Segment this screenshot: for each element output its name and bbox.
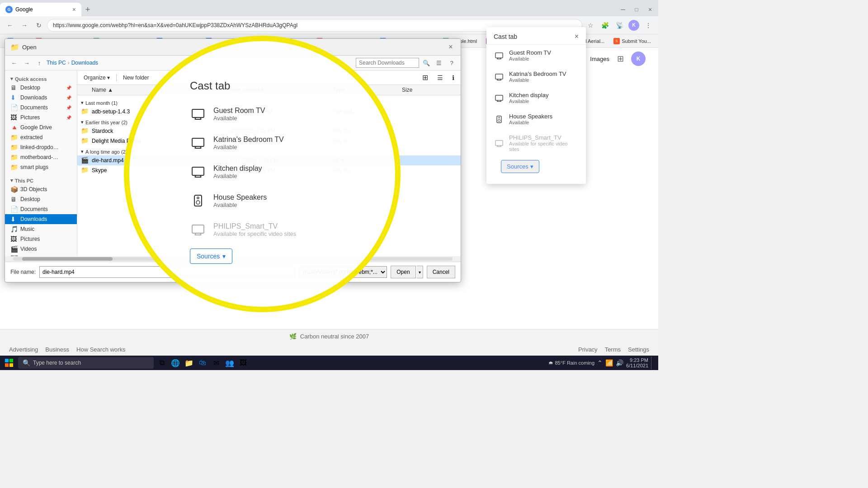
sidebar-item-3dobjects[interactable]: 📦 3D Objects bbox=[5, 184, 77, 194]
cast-icon[interactable]: 📡 bbox=[613, 19, 626, 32]
col-type-header[interactable]: Type bbox=[333, 87, 402, 93]
popup-device-guestroom[interactable]: Guest Room TV Available bbox=[486, 45, 586, 66]
search-dialog-input[interactable] bbox=[356, 58, 419, 68]
popup-device-kitchen[interactable]: Kitchen display Available bbox=[486, 87, 586, 108]
extensions-icon[interactable]: 🧩 bbox=[599, 19, 611, 32]
settings-link[interactable]: Settings bbox=[628, 346, 649, 353]
sidebar-item-3dobjects-label: 3D Objects bbox=[20, 186, 47, 192]
popup-device-philips[interactable]: PHILIPS_Smart_TV Available for specific … bbox=[486, 130, 586, 156]
network-tray-icon[interactable]: 📶 bbox=[605, 359, 613, 366]
quick-access-group[interactable]: ▾ Quick access bbox=[5, 74, 77, 83]
sidebar-item-downloads-pc[interactable]: ⬇ Downloads bbox=[5, 214, 77, 224]
nav-up-button[interactable]: ↑ bbox=[34, 57, 45, 68]
photos-icon[interactable]: 🖼 bbox=[237, 357, 250, 369]
popup-tv-icon-guestroom bbox=[494, 50, 505, 61]
menu-button[interactable]: ⋮ bbox=[642, 19, 655, 32]
sidebar-item-extracted[interactable]: 📁 extracted bbox=[5, 132, 77, 142]
search-dialog-button[interactable]: 🔍 bbox=[421, 57, 432, 68]
back-button[interactable]: ← bbox=[4, 19, 16, 32]
breadcrumb[interactable]: This PC › Downloads bbox=[47, 60, 98, 66]
cast-device-philips[interactable]: PHILIPS_Smart_TV Available for specific … bbox=[185, 215, 339, 244]
info-button[interactable]: ℹ bbox=[449, 73, 457, 82]
how-search-works-link[interactable]: How Search works bbox=[76, 346, 125, 353]
sys-tray[interactable]: ⌃ bbox=[597, 359, 603, 366]
help-button[interactable]: ? bbox=[446, 57, 457, 68]
tab-close-button[interactable]: × bbox=[72, 6, 76, 13]
teams-icon[interactable]: 👥 bbox=[223, 357, 236, 369]
sidebar-item-pictures-pc[interactable]: 🖼 Pictures bbox=[5, 234, 77, 244]
store-icon[interactable]: 🛍 bbox=[196, 357, 209, 369]
bookmark-submit[interactable]: S Submit You... bbox=[610, 36, 655, 46]
popup-device-speakers[interactable]: House Speakers Available bbox=[486, 108, 586, 130]
reload-button[interactable]: ↻ bbox=[33, 19, 45, 32]
close-window-button[interactable]: × bbox=[644, 3, 656, 16]
start-button[interactable] bbox=[2, 357, 16, 369]
sidebar-item-extracted-label: extracted bbox=[20, 134, 42, 141]
forward-button[interactable]: → bbox=[18, 19, 31, 32]
sidebar-item-documents-qa[interactable]: 📄 Documents 📌 bbox=[5, 103, 77, 113]
images-link[interactable]: Images bbox=[590, 56, 609, 62]
user-avatar[interactable]: K bbox=[631, 52, 646, 66]
new-folder-button[interactable]: New folder bbox=[120, 74, 151, 82]
apps-grid-icon[interactable]: ⊞ bbox=[615, 53, 626, 64]
popup-device-katrina[interactable]: Katrina's Bedroom TV Available bbox=[486, 66, 586, 87]
mail-icon[interactable]: ✉ bbox=[210, 357, 222, 369]
taskbar-clock[interactable]: 9:23 PM 6/11/2021 bbox=[626, 357, 648, 368]
sidebar-item-downloads-qa[interactable]: ⬇ Downloads 📌 bbox=[5, 93, 77, 103]
pictures-icon-qa: 🖼 bbox=[10, 114, 18, 121]
popup-sources-button[interactable]: Sources ▾ bbox=[501, 160, 539, 173]
taskview-button[interactable]: ⧉ bbox=[156, 357, 168, 369]
thispc-group[interactable]: ▾ This PC bbox=[5, 176, 77, 184]
cast-device-kitchen[interactable]: Kitchen display Available bbox=[185, 157, 339, 186]
nav-back-button[interactable]: ← bbox=[9, 57, 19, 68]
sidebar-item-videos[interactable]: 🎬 Videos bbox=[5, 244, 77, 254]
cancel-button[interactable]: Cancel bbox=[427, 266, 455, 278]
browser-tab[interactable]: G Google × bbox=[0, 3, 81, 16]
sidebar-item-downloads-qa-label: Downloads bbox=[20, 94, 47, 101]
business-link[interactable]: Business bbox=[45, 346, 69, 353]
sidebar-item-desktop-pc[interactable]: 🖥 Desktop bbox=[5, 194, 77, 204]
bookmarks-icon[interactable]: ☆ bbox=[584, 19, 597, 32]
sidebar-item-music[interactable]: 🎵 Music bbox=[5, 224, 77, 234]
sidebar-item-documents-pc[interactable]: 📄 Documents bbox=[5, 204, 77, 214]
sidebar-item-motherboard[interactable]: 📁 motherboard-drive bbox=[5, 152, 77, 162]
privacy-link[interactable]: Privacy bbox=[578, 346, 598, 353]
sidebar-item-pictures-qa[interactable]: 🖼 Pictures 📌 bbox=[5, 113, 77, 122]
view-options-button[interactable]: ☰ bbox=[434, 57, 444, 68]
guestroom-info: Guest Room TV Available bbox=[213, 107, 265, 122]
show-desktop-button[interactable] bbox=[651, 357, 653, 369]
edge-icon[interactable]: 🌐 bbox=[169, 357, 182, 369]
preview-button[interactable]: ☰ bbox=[434, 73, 446, 82]
minimize-button[interactable]: ─ bbox=[617, 3, 629, 16]
open-button[interactable]: Open bbox=[391, 266, 415, 278]
breadcrumb-thispc[interactable]: This PC bbox=[47, 60, 66, 66]
explorer-icon[interactable]: 📁 bbox=[183, 357, 195, 369]
popup-speakers-name: House Speakers bbox=[509, 113, 579, 120]
cast-device-guestroom[interactable]: Guest Room TV Available bbox=[185, 99, 339, 128]
advertising-link[interactable]: Advertising bbox=[9, 346, 38, 353]
taskbar-search[interactable]: 🔍 Type here to search bbox=[18, 357, 154, 369]
maximize-button[interactable]: □ bbox=[630, 3, 643, 16]
scrollbar-thumb[interactable] bbox=[22, 257, 113, 261]
nav-forward-button[interactable]: → bbox=[21, 57, 32, 68]
sidebar-item-googledrive[interactable]: 🔺 Google Drive bbox=[5, 122, 77, 132]
sidebar-item-smartplugs[interactable]: 📁 smart plugs bbox=[5, 162, 77, 172]
open-dropdown-button[interactable]: ▾ bbox=[417, 266, 423, 278]
sources-label: Sources bbox=[197, 253, 220, 260]
breadcrumb-downloads[interactable]: Downloads bbox=[71, 60, 98, 66]
terms-link[interactable]: Terms bbox=[605, 346, 621, 353]
cast-sources-button[interactable]: Sources ▾ bbox=[190, 249, 232, 264]
cast-device-katrina[interactable]: Katrina's Bedroom TV Available bbox=[185, 128, 339, 157]
cast-device-speakers[interactable]: House Speakers Available bbox=[185, 186, 339, 215]
new-tab-button[interactable]: + bbox=[81, 3, 94, 16]
col-size-header[interactable]: Size bbox=[402, 87, 457, 93]
organize-button[interactable]: Organize ▾ bbox=[81, 74, 113, 82]
profile-icon[interactable]: K bbox=[627, 19, 640, 32]
volume-tray-icon[interactable]: 🔊 bbox=[616, 359, 623, 366]
sidebar-item-linked-dropdown[interactable]: 📁 linked-dropdown-e bbox=[5, 142, 77, 152]
view-button[interactable]: ⊞ bbox=[420, 72, 431, 83]
file-dialog-close-button[interactable]: × bbox=[446, 42, 455, 52]
cast-popup-close-button[interactable]: × bbox=[575, 33, 579, 41]
svg-rect-40 bbox=[5, 363, 9, 367]
sidebar-item-desktop[interactable]: 🖥 Desktop 📌 bbox=[5, 83, 77, 93]
